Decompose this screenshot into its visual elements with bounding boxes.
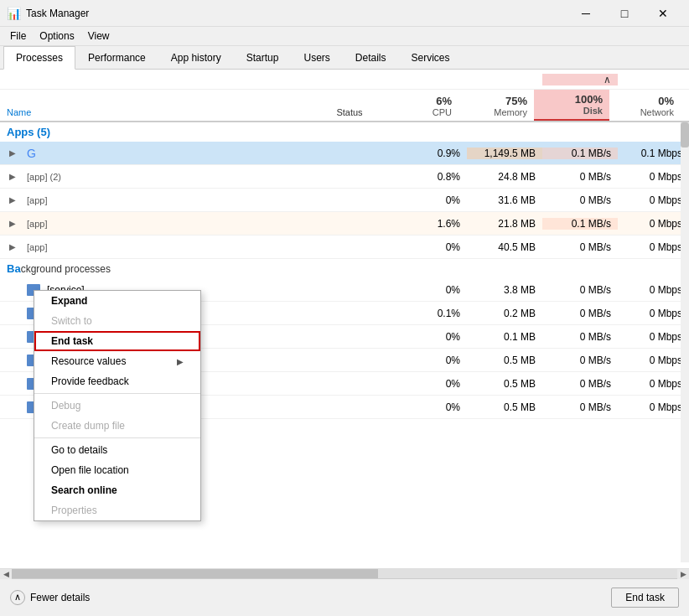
process-list: Apps (5) ▶ G 0.9% 1,149.5 MB 0.1 MB/s 0.… <box>0 122 689 562</box>
row-expand-icon[interactable]: ▶ <box>0 172 25 181</box>
tab-users[interactable]: Users <box>291 46 342 70</box>
row-cpu: 0% <box>400 331 467 343</box>
row-cpu: 0.9% <box>400 148 467 159</box>
table-row[interactable]: ▶ [app] 0% 40.5 MB 0 MB/s 0 Mbps <box>0 236 689 259</box>
cpu-label[interactable]: CPU <box>433 107 452 117</box>
row-expand-icon[interactable]: ▶ <box>0 195 25 204</box>
table-row[interactable]: ▶ [app] (2) 0.8% 24.8 MB 0 MB/s 0 Mbps <box>0 165 689 189</box>
row-name-cell: [app] <box>25 195 316 205</box>
menu-file[interactable]: File <box>3 28 33 44</box>
tab-details[interactable]: Details <box>343 46 399 70</box>
window-controls: ─ □ ✕ <box>567 0 682 27</box>
row-memory: 3.8 MB <box>467 284 542 296</box>
ctx-resource-values[interactable]: Resource values ▶ <box>34 351 200 371</box>
memory-pct: 75% <box>505 95 527 107</box>
row-cpu: 0.8% <box>400 171 467 183</box>
sort-row: ∧ <box>0 70 689 90</box>
column-headers: Name Status 6% CPU 75% Memory 100% Disk … <box>0 90 689 122</box>
ctx-end-task[interactable]: End task <box>34 331 200 351</box>
scroll-right-arrow[interactable]: ▶ <box>677 569 689 579</box>
row-memory: 31.6 MB <box>467 194 542 206</box>
scroll-thumb[interactable] <box>12 569 378 578</box>
ctx-switch-to[interactable]: Switch to <box>34 311 200 331</box>
row-cpu: 0% <box>400 194 467 206</box>
minimize-button[interactable]: ─ <box>567 0 605 27</box>
disk-pct: 100% <box>575 93 603 106</box>
tab-app-history[interactable]: App history <box>158 46 234 70</box>
row-expand-icon[interactable]: ▶ <box>0 242 25 251</box>
app-icon-2: [app] (2) <box>27 172 61 182</box>
ctx-search-online[interactable]: Search online <box>34 480 200 500</box>
menu-view[interactable]: View <box>81 28 117 44</box>
row-network: 0 Mbps <box>618 378 689 390</box>
row-disk: 0 MB/s <box>542 331 618 343</box>
memory-label[interactable]: Memory <box>494 107 527 117</box>
row-network: 0.1 Mbps <box>618 148 689 159</box>
close-button[interactable]: ✕ <box>644 0 682 27</box>
scroll-left-arrow[interactable]: ◀ <box>0 569 12 579</box>
col-name-label[interactable]: Name <box>7 107 31 117</box>
scrollbar-track[interactable] <box>681 122 689 562</box>
row-name-cell: [app] <box>25 242 316 252</box>
ctx-properties: Properties <box>34 500 200 520</box>
ctx-provide-feedback[interactable]: Provide feedback <box>34 371 200 391</box>
ctx-create-dump: Create dump file <box>34 416 200 436</box>
row-memory: 40.5 MB <box>467 241 542 253</box>
row-network: 0 Mbps <box>618 308 689 319</box>
app-icon-5: [app] <box>27 242 47 252</box>
row-network: 0 Mbps <box>618 194 689 206</box>
row-cpu: 1.6% <box>400 218 467 230</box>
row-network: 0 Mbps <box>618 171 689 183</box>
row-disk: 0 MB/s <box>542 284 618 296</box>
tab-startup[interactable]: Startup <box>234 46 292 70</box>
ctx-separator-1 <box>34 393 200 394</box>
row-cpu: 0% <box>400 355 467 366</box>
row-name-cell: [app] (2) <box>25 172 316 182</box>
window-title: Task Manager <box>26 8 89 19</box>
scroll-track[interactable] <box>12 569 677 578</box>
table-row[interactable]: ▶ [app] 1.6% 21.8 MB 0.1 MB/s 0 Mbps <box>0 212 689 236</box>
table-row[interactable]: ▶ [app] 0% 31.6 MB 0 MB/s 0 Mbps <box>0 189 689 212</box>
row-disk: 0 MB/s <box>542 308 618 319</box>
row-disk: 0.1 MB/s <box>542 148 618 159</box>
row-disk: 0.1 MB/s <box>542 218 618 230</box>
row-cpu: 0% <box>400 378 467 390</box>
cpu-pct: 6% <box>436 95 452 107</box>
content-area: ∧ Name Status 6% CPU 75% Memory 100% Dis… <box>0 70 689 568</box>
row-expand-icon[interactable]: ▶ <box>0 219 25 228</box>
row-memory: 0.2 MB <box>467 308 542 319</box>
apps-section-header: Apps (5) <box>0 122 689 142</box>
row-cpu: 0.1% <box>400 308 467 319</box>
end-task-button[interactable]: End task <box>611 588 679 608</box>
ctx-debug: Debug <box>34 396 200 416</box>
tab-processes[interactable]: Processes <box>3 46 75 70</box>
scrollbar-thumb[interactable] <box>681 122 689 148</box>
row-cpu: 0% <box>400 401 467 413</box>
row-expand-icon[interactable]: ▶ <box>0 148 25 158</box>
maximize-button[interactable]: □ <box>605 0 644 27</box>
row-memory: 1,149.5 MB <box>467 148 542 159</box>
row-network: 0 Mbps <box>618 284 689 296</box>
status-bar: ∧ Fewer details End task <box>0 578 689 615</box>
row-network: 0 Mbps <box>618 241 689 253</box>
ctx-expand[interactable]: Expand <box>34 291 200 311</box>
ctx-open-file[interactable]: Open file location <box>34 460 200 480</box>
network-label[interactable]: Network <box>640 107 674 117</box>
ctx-go-to-details[interactable]: Go to details <box>34 440 200 460</box>
disk-sort-arrow[interactable]: ∧ <box>604 74 611 85</box>
row-network: 0 Mbps <box>618 218 689 230</box>
horizontal-scrollbar[interactable]: ◀ ▶ <box>0 568 689 578</box>
chevron-up-icon: ∧ <box>10 590 25 605</box>
row-memory: 0.1 MB <box>467 331 542 343</box>
row-disk: 0 MB/s <box>542 241 618 253</box>
row-disk: 0 MB/s <box>542 401 618 413</box>
fewer-details-label: Fewer details <box>30 592 90 603</box>
tab-performance[interactable]: Performance <box>75 46 158 70</box>
table-row[interactable]: ▶ G 0.9% 1,149.5 MB 0.1 MB/s 0.1 Mbps <box>0 142 689 165</box>
disk-label[interactable]: Disk <box>583 106 603 116</box>
menu-options[interactable]: Options <box>33 28 80 44</box>
tab-services[interactable]: Services <box>399 46 463 70</box>
row-disk: 0 MB/s <box>542 378 618 390</box>
fewer-details-button[interactable]: ∧ Fewer details <box>10 590 90 605</box>
row-memory: 0.5 MB <box>467 355 542 366</box>
